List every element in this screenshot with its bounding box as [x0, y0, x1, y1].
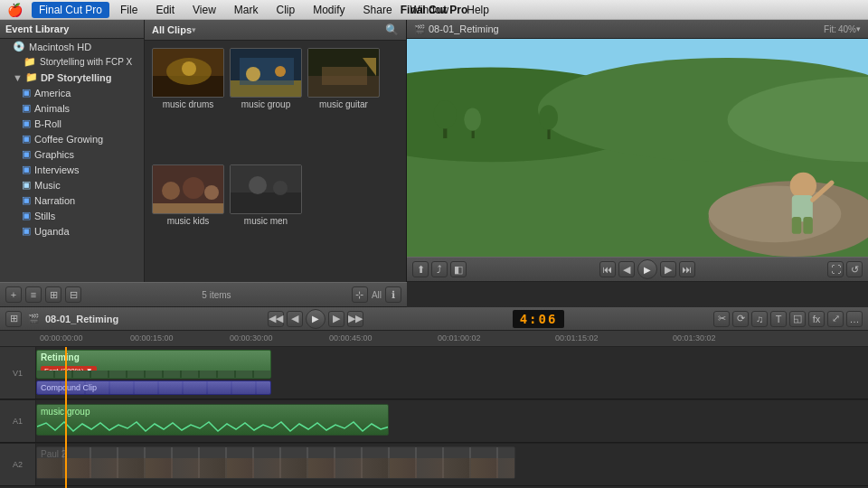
tl-fwd-btn[interactable]: ▶▶ [347, 311, 363, 327]
filter-btn[interactable]: ⊹ [352, 286, 368, 303]
svg-rect-32 [792, 217, 801, 234]
zoom-fit-btn[interactable]: ⤢ [827, 311, 844, 327]
menu-share[interactable]: Share [356, 2, 400, 18]
clip-compound-block[interactable]: Compound Clip [36, 380, 271, 395]
loop-btn[interactable]: ↺ [846, 261, 863, 277]
library-item-graphics[interactable]: ▣ Graphics [0, 146, 144, 162]
share-btn[interactable]: ⤴ [431, 261, 448, 277]
menu-edit[interactable]: Edit [148, 2, 182, 18]
preview-icon: 🎬 [414, 24, 425, 34]
tl-back-btn[interactable]: ◀◀ [268, 311, 284, 327]
preview-top: 🎬 08-01_Retiming Fit: 40% ▾ [407, 20, 868, 257]
menu-file[interactable]: File [113, 2, 145, 18]
menu-view[interactable]: View [185, 2, 223, 18]
add-lib-btn[interactable]: + [5, 286, 22, 303]
svg-point-29 [790, 173, 816, 199]
library-item-animals[interactable]: ▣ Animals [0, 100, 144, 116]
audio-btn[interactable]: ♫ [751, 311, 768, 327]
clip-paul-block[interactable]: Paul 2 [36, 446, 515, 479]
library-item-hd[interactable]: 💿 Macintosh HD [0, 39, 144, 54]
music-label: music group [37, 405, 388, 418]
tl-next-btn[interactable]: ▶ [328, 311, 344, 327]
apple-menu[interactable]: 🍎 [7, 3, 23, 17]
library-group-dp[interactable]: ▼ 📁 DP Storytelling [0, 70, 144, 85]
track-label-paul: A2 [0, 444, 36, 485]
clip-thumb-men [230, 164, 302, 214]
prev-frame-btn[interactable]: ◀ [618, 261, 635, 277]
menu-clip[interactable]: Clip [269, 2, 303, 18]
blade-tool[interactable]: ✂ [713, 311, 730, 327]
preview-clip-name: 08-01_Retiming [429, 23, 499, 34]
clip-label-drums: music drums [163, 99, 214, 109]
lib-view-btn1[interactable]: ≡ [25, 286, 42, 303]
library-item-narration[interactable]: ▣ Narration [0, 192, 144, 208]
timeline-clip-name: 08-01_Retiming [45, 314, 118, 324]
zoom-dropdown[interactable]: ▾ [856, 24, 861, 33]
library-item-america[interactable]: ▣ America [0, 85, 144, 100]
clip-retiming-block[interactable]: Retiming Fast (200%) ▼ [36, 350, 271, 379]
menu-mark[interactable]: Mark [227, 2, 266, 18]
top-area: Event Library 💿 Macintosh HD 📁 Storytell… [0, 20, 868, 282]
menu-finalcutpro[interactable]: Final Cut Pro [32, 2, 109, 18]
track-music: A1 music group [0, 399, 868, 443]
skip-fwd-btn[interactable]: ⏭ [679, 261, 695, 277]
clip-item-guitar[interactable]: music guitar [307, 48, 380, 159]
tl-snap-btn[interactable]: ⊞ [5, 311, 22, 327]
retime-btn[interactable]: ⟳ [732, 311, 749, 327]
svg-point-14 [162, 182, 180, 200]
trans-btn[interactable]: ◱ [789, 311, 806, 327]
export-btn[interactable]: ⬆ [412, 261, 429, 277]
svg-rect-19 [231, 165, 302, 192]
clip-icon6: ▣ [22, 164, 31, 175]
library-item-stills[interactable]: ▣ Stills [0, 208, 144, 223]
skip-back-btn[interactable]: ⏮ [599, 261, 616, 277]
triangle-icon: ▼ [13, 72, 23, 83]
timecode-display[interactable]: 4:06 [513, 310, 565, 328]
svg-rect-11 [322, 67, 367, 85]
clip-item-kids[interactable]: music kids [152, 164, 224, 276]
ruler-timecodes: 00:00:00:00 00:00:15:00 00:00:30:00 00:0… [4, 331, 864, 346]
clip-music-block[interactable]: music group [36, 404, 389, 436]
clip-grid: music drums music group [145, 41, 406, 282]
clips-dropdown-icon[interactable]: ▾ [192, 25, 196, 34]
more-btn[interactable]: … [846, 311, 863, 327]
clip-item-men[interactable]: music men [230, 164, 302, 276]
track-content-music: music group [36, 400, 868, 442]
tl-play-btn[interactable]: ▶ [306, 309, 326, 329]
clip-mode-btn[interactable]: ◧ [450, 261, 467, 277]
library-item-interviews[interactable]: ▣ Interviews [0, 162, 144, 177]
event-library-header: Event Library [0, 20, 144, 39]
menu-modify[interactable]: Modify [306, 2, 352, 18]
search-icon[interactable]: 🔍 [385, 23, 399, 36]
lib-view-btn3[interactable]: ⊟ [65, 286, 81, 303]
svg-rect-33 [803, 217, 812, 234]
tl-prev-btn[interactable]: ◀ [287, 311, 303, 327]
clip-thumb-group [230, 48, 302, 98]
clip-label-guitar: music guitar [319, 99, 368, 109]
folder-icon2: 📁 [25, 71, 38, 83]
window-title: Final Cut Pro [401, 4, 468, 16]
svg-point-21 [273, 181, 288, 195]
clip-item-drums[interactable]: music drums [152, 48, 224, 159]
play-button[interactable]: ▶ [637, 259, 657, 279]
info-btn[interactable]: ℹ [385, 286, 401, 303]
clip-thumb-kids [152, 164, 224, 214]
lib-view-btn2[interactable]: ⊞ [45, 286, 61, 303]
library-item-broll[interactable]: ▣ B-Roll [0, 116, 144, 131]
library-item-coffee[interactable]: ▣ Coffee Growing [0, 131, 144, 146]
library-item-storytelling[interactable]: 📁 Storytelling with FCP X [0, 54, 144, 70]
next-frame-btn[interactable]: ▶ [660, 261, 676, 277]
title-btn[interactable]: T [770, 311, 787, 327]
clip-thumb-drums [152, 48, 224, 98]
svg-point-37 [464, 108, 481, 130]
preview-panel: 🎬 08-01_Retiming Fit: 40% ▾ [407, 20, 868, 282]
fullscreen-btn[interactable]: ⛶ [827, 261, 844, 277]
timeline-area: ⊞ 🎬 08-01_Retiming ◀◀ ◀ ▶ ▶ ▶▶ 4:06 ✂ ⟳ … [0, 307, 868, 488]
svg-point-39 [539, 105, 558, 129]
item-count: 5 items [202, 290, 231, 300]
library-item-uganda[interactable]: ▣ Uganda [0, 223, 144, 239]
track-content-paul: Paul 2 [36, 444, 868, 485]
library-item-music[interactable]: ▣ Music [0, 177, 144, 192]
fx-btn[interactable]: fx [808, 311, 825, 327]
clip-item-group[interactable]: music group [230, 48, 302, 159]
